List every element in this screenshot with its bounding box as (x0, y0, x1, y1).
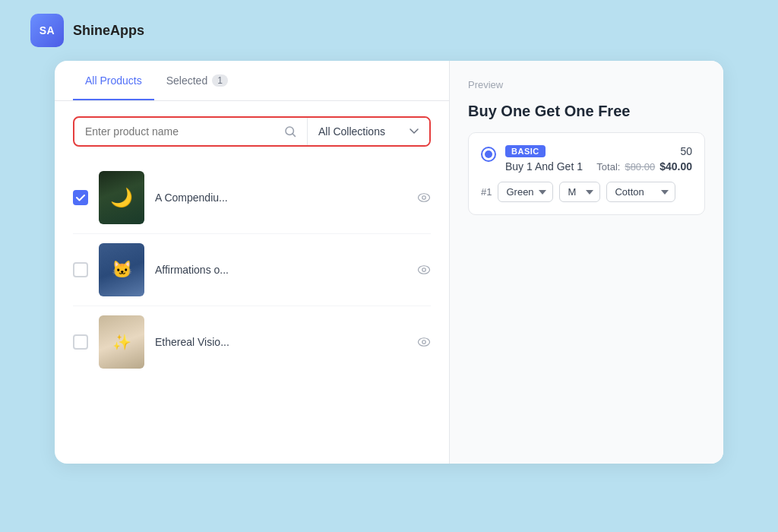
checkbox-unchecked[interactable] (73, 262, 88, 277)
search-icon (284, 125, 296, 138)
main-card: All Products Selected 1 All Col (55, 61, 723, 464)
search-input[interactable] (85, 125, 278, 138)
price-original: $80.00 (625, 161, 655, 173)
price-row: Total: $80.00 $40.00 (596, 160, 692, 173)
basic-badge: BASIC (505, 145, 546, 157)
offer-header: BASIC 50 Buy 1 And Get 1 Total: $80.00 $… (481, 145, 692, 173)
offer-count: 50 (680, 145, 692, 157)
svg-point-2 (419, 194, 430, 202)
product-image (99, 243, 144, 296)
left-panel: All Products Selected 1 All Col (55, 61, 450, 464)
checkbox-unchecked[interactable] (73, 334, 88, 350)
product-name: Affirmations o... (155, 264, 406, 276)
variant-number: #1 (481, 186, 492, 198)
search-area: All Collections New Arrivals Bestsellers… (55, 101, 449, 162)
total-label: Total: (596, 161, 620, 173)
eye-icon[interactable] (417, 193, 431, 202)
checkbox-checked[interactable] (73, 190, 88, 205)
material-dropdown[interactable]: Cotton Polyester Wool Silk (606, 182, 675, 202)
eye-icon[interactable] (417, 337, 431, 347)
product-image (99, 171, 144, 224)
chevron-down-icon (410, 128, 419, 135)
svg-point-5 (422, 268, 426, 272)
search-input-wrap (74, 118, 308, 145)
selected-badge: 1 (212, 74, 228, 87)
product-image (99, 315, 144, 369)
radio-button[interactable] (481, 147, 496, 162)
right-panel: Preview Buy One Get One Free BASIC 50 Bu… (450, 61, 723, 464)
size-dropdown[interactable]: XS S M L XL (559, 182, 600, 202)
eye-icon[interactable] (417, 265, 431, 274)
list-item: Affirmations o... (73, 234, 431, 306)
app-logo: SA (30, 14, 64, 47)
list-item: Ethereal Visio... (73, 306, 431, 378)
svg-point-3 (422, 196, 426, 200)
collection-dropdown[interactable]: All Collections New Arrivals Bestsellers… (318, 125, 403, 138)
color-dropdown[interactable]: Green Blue Red Black (498, 182, 553, 202)
offer-top-row: BASIC 50 (505, 145, 692, 157)
preview-title: Buy One Get One Free (468, 103, 705, 120)
offer-info: BASIC 50 Buy 1 And Get 1 Total: $80.00 $… (505, 145, 692, 173)
price-discounted: $40.00 (659, 160, 692, 173)
radio-dot (485, 150, 492, 158)
search-row: All Collections New Arrivals Bestsellers… (73, 116, 431, 147)
app-name: ShineApps (73, 23, 144, 39)
preview-label: Preview (468, 79, 705, 90)
svg-line-1 (293, 134, 296, 137)
product-name: Ethereal Visio... (155, 336, 406, 348)
offer-description: Buy 1 And Get 1 (505, 160, 583, 173)
list-item: A Compendiu... (73, 162, 431, 234)
tab-all-products[interactable]: All Products (73, 61, 154, 100)
svg-point-6 (419, 338, 430, 347)
offer-desc-row: Buy 1 And Get 1 Total: $80.00 $40.00 (505, 160, 692, 173)
tab-selected[interactable]: Selected 1 (154, 61, 240, 100)
book-cover-oracle (99, 171, 144, 224)
collection-select-wrap[interactable]: All Collections New Arrivals Bestsellers… (308, 118, 429, 145)
svg-point-7 (422, 340, 426, 344)
tabs-bar: All Products Selected 1 (55, 61, 449, 101)
variant-row: #1 Green Blue Red Black XS S M L XL Cott… (481, 182, 692, 202)
product-list: A Compendiu... Affirmations o... (55, 162, 449, 464)
book-cover-affirmations (99, 243, 144, 296)
book-cover-ethereal (99, 315, 144, 369)
offer-card: BASIC 50 Buy 1 And Get 1 Total: $80.00 $… (468, 132, 705, 215)
svg-point-4 (419, 266, 430, 274)
header: SA ShineApps (0, 0, 778, 61)
product-name: A Compendiu... (155, 192, 406, 204)
